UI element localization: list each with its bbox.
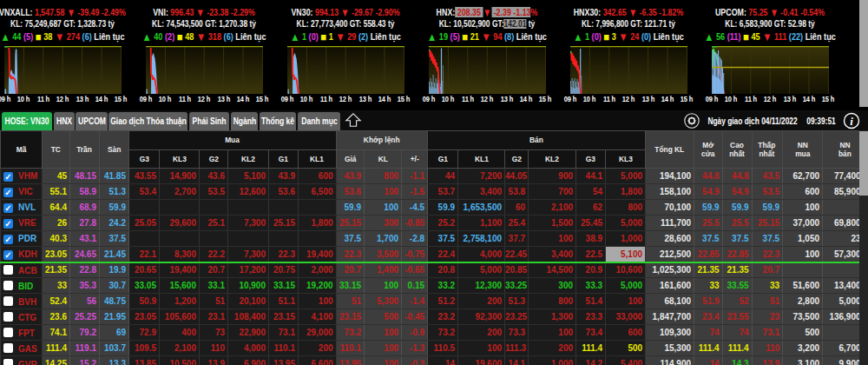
svg-text:i: i	[850, 115, 853, 128]
